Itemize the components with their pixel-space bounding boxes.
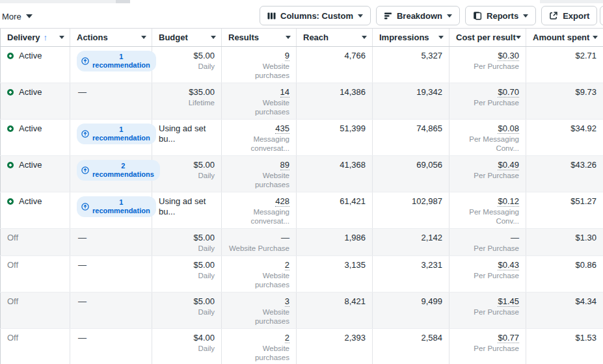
- table-row[interactable]: Active 1 recommendation Using ad set bu.…: [1, 119, 603, 155]
- column-header-budget[interactable]: Budget: [152, 29, 222, 46]
- reach-cell: 8,421: [297, 292, 373, 328]
- chevron-down-icon[interactable]: [593, 36, 598, 39]
- reach-cell: 2,393: [297, 328, 373, 364]
- table-row[interactable]: Active — $35.00 Lifetime 14 Website purc…: [1, 83, 603, 119]
- more-button[interactable]: More: [2, 9, 33, 23]
- impressions-value: 69,056: [379, 160, 442, 170]
- cost-per-result-type: Per Purchase: [456, 244, 519, 253]
- breakdown-button[interactable]: Breakdown: [376, 6, 460, 25]
- cost-per-result-value[interactable]: $0.12: [498, 196, 519, 207]
- column-header-delivery[interactable]: Delivery↑: [1, 29, 70, 46]
- columns-button[interactable]: Columns: Custom: [260, 6, 371, 25]
- reach-value: 1,986: [303, 233, 366, 243]
- table-row[interactable]: Active 1 recommendation $5.00 Daily 9 We…: [1, 46, 603, 83]
- export-button[interactable]: Export: [541, 6, 597, 25]
- cost-per-result-value[interactable]: $0.43: [498, 260, 519, 270]
- table-row[interactable]: Active 1 recommendation Using ad set bu.…: [1, 192, 603, 228]
- impressions-value: 102,987: [379, 196, 442, 207]
- results-value[interactable]: 89: [280, 160, 289, 170]
- column-label: Reach: [303, 32, 328, 42]
- cost-per-result-value[interactable]: $0.77: [498, 333, 519, 343]
- budget-cell[interactable]: $5.00 Daily: [152, 255, 222, 292]
- results-value[interactable]: 435: [275, 124, 289, 134]
- budget-cell[interactable]: $5.00 Daily: [152, 228, 222, 255]
- delivery-cell[interactable]: Active: [1, 155, 70, 192]
- results-type: Website purchases: [228, 271, 289, 289]
- cost-per-result-value[interactable]: $0.30: [498, 51, 519, 61]
- results-value[interactable]: 9: [285, 51, 289, 61]
- recommendation-badge[interactable]: 1 recommendation: [77, 51, 156, 72]
- reach-value: 51,399: [303, 124, 366, 134]
- results-type: Messaging conversat...: [228, 135, 289, 153]
- table-row[interactable]: Off — $5.00 Daily 2 Website purchases 3,…: [1, 255, 603, 292]
- budget-cell[interactable]: $5.00 Daily: [152, 292, 222, 328]
- results-value[interactable]: 14: [280, 87, 289, 98]
- column-header-cost-per-result[interactable]: Cost per result: [449, 29, 526, 46]
- amount-spent-cell: $2.71: [526, 46, 603, 83]
- impressions-value: 19,342: [379, 87, 442, 98]
- budget-cell[interactable]: $5.00 Daily: [152, 46, 222, 83]
- budget-cell[interactable]: $4.00 Daily: [152, 328, 222, 364]
- chevron-down-icon[interactable]: [141, 36, 146, 39]
- delivery-cell[interactable]: Active: [1, 192, 70, 228]
- budget-cell[interactable]: $5.00 Daily: [152, 155, 222, 192]
- column-header-results[interactable]: Results: [222, 29, 297, 46]
- cost-per-result-value: —: [511, 233, 519, 242]
- chevron-down-icon[interactable]: [59, 36, 64, 39]
- results-value[interactable]: 2: [285, 260, 289, 270]
- column-header-actions[interactable]: Actions: [70, 29, 152, 46]
- cost-per-result-value[interactable]: $1.45: [498, 296, 519, 307]
- table-row[interactable]: Off — $5.00 Daily 3 Website purchases 8,…: [1, 292, 603, 328]
- amount-spent-value: $4.34: [533, 296, 596, 307]
- recommendation-badge[interactable]: 1 recommendation: [77, 124, 156, 144]
- reports-icon: [473, 11, 482, 20]
- delivery-cell[interactable]: Off: [1, 255, 70, 292]
- cost-per-result-value[interactable]: $0.70: [498, 87, 519, 98]
- cost-per-result-value[interactable]: $0.49: [498, 160, 519, 170]
- column-header-reach[interactable]: Reach: [297, 29, 373, 46]
- delivery-cell[interactable]: Active: [1, 46, 70, 83]
- budget-cell[interactable]: Using ad set bu...: [152, 119, 222, 155]
- delivery-cell[interactable]: Off: [1, 292, 70, 328]
- chevron-down-icon[interactable]: [438, 36, 444, 39]
- chevron-down-icon[interactable]: [362, 36, 367, 39]
- cost-per-result-value[interactable]: $0.08: [498, 124, 519, 134]
- cost-per-result-cell: $0.70 Per Purchase: [449, 83, 526, 119]
- reports-button[interactable]: Reports: [465, 6, 536, 25]
- results-cell: 3 Website purchases: [222, 292, 297, 328]
- impressions-value: 2,584: [379, 333, 442, 343]
- chevron-down-icon[interactable]: [211, 36, 216, 39]
- chevron-down-icon[interactable]: [286, 36, 291, 39]
- table-row[interactable]: Active 2 recommendations $5.00 Daily 89 …: [1, 155, 603, 192]
- cost-per-result-type: Per Purchase: [456, 307, 519, 317]
- results-value[interactable]: 3: [285, 296, 289, 307]
- results-cell: 89 Website purchases: [222, 155, 297, 192]
- column-label: Results: [228, 32, 259, 42]
- results-value[interactable]: 428: [275, 196, 289, 207]
- results-value[interactable]: 2: [285, 333, 289, 343]
- delivery-cell[interactable]: Off: [1, 228, 70, 255]
- export-options-button[interactable]: [600, 6, 603, 25]
- budget-cell[interactable]: Using ad set bu...: [152, 192, 222, 228]
- column-header-amount-spent[interactable]: Amount spent: [526, 29, 603, 46]
- table-row[interactable]: Off — $4.00 Daily 2 Website purchases 2,…: [1, 328, 603, 364]
- recommendation-badge[interactable]: 2 recommendations: [77, 160, 160, 181]
- amount-spent-value: $0.86: [533, 260, 596, 270]
- table-row[interactable]: Off — $5.00 Daily — Website Purchase 1,9…: [1, 228, 603, 255]
- arrow-up-circle-icon: [81, 203, 89, 211]
- delivery-cell[interactable]: Active: [1, 119, 70, 155]
- export-icon: [549, 11, 558, 20]
- recommendation-badge[interactable]: 1 recommendation: [77, 196, 156, 217]
- reach-cell: 51,399: [297, 119, 373, 155]
- budget-cell[interactable]: $35.00 Lifetime: [152, 83, 222, 119]
- delivery-cell[interactable]: Off: [1, 328, 70, 364]
- delivery-status: Active: [19, 124, 42, 134]
- delivery-status: Off: [7, 296, 18, 307]
- column-header-impressions[interactable]: Impressions: [373, 29, 449, 46]
- actions-cell: 1 recommendation: [70, 46, 152, 83]
- amount-spent-value: $1.30: [533, 233, 596, 243]
- chevron-down-icon[interactable]: [516, 36, 521, 39]
- amount-spent-value: $34.92: [533, 124, 596, 134]
- delivery-cell[interactable]: Active: [1, 83, 70, 119]
- results-cell: 435 Messaging conversat...: [222, 119, 297, 155]
